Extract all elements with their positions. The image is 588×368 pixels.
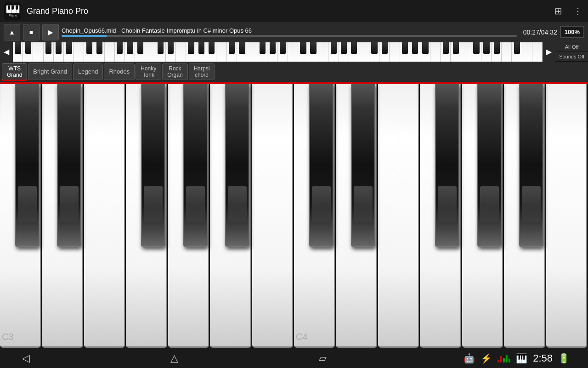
black-key[interactable]	[435, 84, 459, 247]
mini-black-key[interactable]	[494, 42, 500, 54]
rewind-button[interactable]: ▲	[4, 24, 20, 40]
mini-black-key[interactable]	[137, 42, 143, 54]
mini-black-key[interactable]	[473, 42, 479, 54]
mini-black-key[interactable]	[188, 42, 194, 54]
mini-black-key[interactable]	[127, 42, 133, 54]
mini-black-key[interactable]	[15, 42, 21, 54]
keyboard-right-buttons: All Off Sounds Off	[555, 42, 588, 62]
mini-black-key[interactable]	[453, 42, 459, 54]
mini-white-key[interactable]	[532, 42, 543, 62]
mini-black-key[interactable]	[351, 42, 357, 54]
mini-black-key[interactable]	[66, 42, 72, 54]
mini-black-key[interactable]	[86, 42, 92, 54]
black-key[interactable]	[309, 84, 334, 247]
mini-white-key[interactable]	[216, 42, 226, 62]
tab-legend[interactable]: Legend	[73, 63, 103, 80]
clock: 2:58	[533, 352, 553, 364]
mini-black-key[interactable]	[310, 42, 316, 54]
home-button[interactable]: △	[167, 351, 182, 366]
mini-white-key[interactable]	[74, 42, 84, 62]
tab-harpsichord[interactable]: Harpsichord	[189, 63, 215, 80]
play-button[interactable]: ▶	[42, 24, 59, 40]
tab-bright-grand[interactable]: Bright Grand	[28, 63, 72, 80]
black-key[interactable]	[15, 84, 40, 247]
mini-white-key[interactable]	[522, 42, 532, 62]
stop-button[interactable]: ■	[23, 24, 40, 40]
mini-black-key[interactable]	[341, 42, 347, 54]
mini-black-key[interactable]	[422, 42, 428, 54]
mini-black-key[interactable]	[168, 42, 174, 54]
piano-icon: 🎹	[516, 353, 527, 364]
mini-keyboard[interactable]	[13, 42, 543, 62]
mini-black-key[interactable]	[300, 42, 306, 54]
mini-white-key[interactable]	[105, 42, 115, 62]
battery-icon: 🔋	[558, 353, 570, 364]
white-key[interactable]	[378, 84, 419, 348]
equalizer-icon[interactable]: ⊞	[553, 4, 564, 18]
white-key[interactable]	[252, 84, 293, 348]
mini-black-key[interactable]	[209, 42, 215, 54]
piano-top-line	[0, 83, 588, 84]
white-key[interactable]	[84, 84, 125, 348]
all-off-button[interactable]: All Off	[555, 42, 588, 52]
mini-black-key[interactable]	[483, 42, 489, 54]
bottom-nav: ◁ △ ▱ 🤖 ⚡ 🎹 2:58 🔋	[0, 348, 588, 368]
black-key[interactable]	[477, 84, 502, 247]
back-button[interactable]: ◁	[18, 351, 34, 366]
mini-black-key[interactable]	[260, 42, 266, 54]
mini-white-key[interactable]	[318, 42, 328, 62]
mini-black-key[interactable]	[198, 42, 204, 54]
tab-rhodes[interactable]: Rhodes	[104, 63, 135, 80]
sounds-off-button[interactable]: Sounds Off	[555, 52, 588, 62]
mini-white-key[interactable]	[390, 42, 400, 62]
tab-rock-organ[interactable]: RockOrgan	[162, 63, 187, 80]
tab-honky-tonk[interactable]: HonkyTonk	[136, 63, 161, 80]
mini-white-key[interactable]	[359, 42, 369, 62]
mini-white-key[interactable]	[247, 42, 257, 62]
equalizer-bars	[498, 354, 510, 362]
mini-black-key[interactable]	[25, 42, 31, 54]
menu-icon[interactable]: ⋮	[571, 4, 584, 18]
progress-bar[interactable]	[62, 35, 517, 37]
volume-button[interactable]: 100%	[560, 26, 584, 38]
mini-white-key[interactable]	[461, 42, 471, 62]
mini-white-key[interactable]	[33, 42, 43, 62]
black-key[interactable]	[183, 84, 208, 247]
usb-icon: ⚡	[481, 353, 492, 364]
black-key[interactable]	[519, 84, 543, 247]
mini-black-key[interactable]	[96, 42, 102, 54]
mini-black-key[interactable]	[56, 42, 62, 54]
mini-black-key[interactable]	[239, 42, 245, 54]
mini-black-key[interactable]	[117, 42, 123, 54]
mini-keyboard-bar: ◀ ▶ All Off Sounds Off	[0, 42, 588, 62]
keyboard-left-button[interactable]: ◀	[0, 42, 13, 62]
mini-black-key[interactable]	[280, 42, 286, 54]
black-key[interactable]	[57, 84, 81, 247]
mini-white-key[interactable]	[430, 42, 441, 62]
mini-black-key[interactable]	[443, 42, 449, 54]
mini-black-key[interactable]	[371, 42, 377, 54]
mini-black-key[interactable]	[45, 42, 51, 54]
mini-black-key[interactable]	[382, 42, 388, 54]
mini-white-key[interactable]	[288, 42, 298, 62]
top-bar-icons: ⊞ ⋮	[553, 4, 584, 18]
mini-white-key[interactable]	[145, 42, 155, 62]
sound-selector: WTSGrand Bright Grand Legend Rhodes Honk…	[0, 62, 588, 83]
recents-button[interactable]: ▱	[315, 351, 330, 366]
android-icon: 🤖	[464, 353, 475, 364]
tab-wts-grand[interactable]: WTSGrand	[2, 63, 27, 80]
mini-black-key[interactable]	[514, 42, 520, 54]
black-key[interactable]	[225, 84, 249, 247]
black-key[interactable]	[141, 84, 165, 247]
mini-white-key[interactable]	[502, 42, 512, 62]
white-key[interactable]	[546, 84, 587, 348]
black-key[interactable]	[351, 84, 375, 247]
mini-black-key[interactable]	[270, 42, 276, 54]
mini-black-key[interactable]	[331, 42, 337, 54]
mini-black-key[interactable]	[412, 42, 418, 54]
mini-white-key[interactable]	[176, 42, 186, 62]
keyboard-right-button[interactable]: ▶	[543, 42, 555, 62]
mini-black-key[interactable]	[158, 42, 164, 54]
mini-black-key[interactable]	[229, 42, 235, 54]
mini-black-key[interactable]	[402, 42, 408, 54]
